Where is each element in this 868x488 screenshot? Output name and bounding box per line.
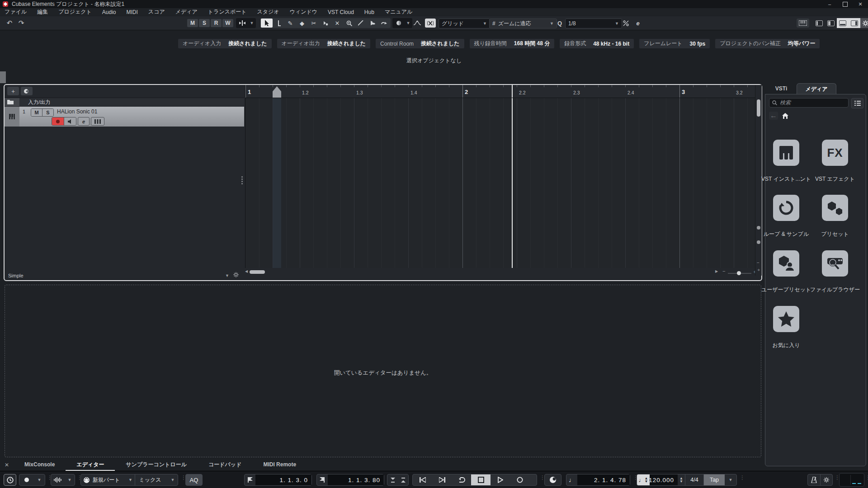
mute-tool[interactable]: ✕: [331, 19, 343, 28]
lower-tab-2[interactable]: サンプラーコントロール: [115, 459, 198, 471]
menu-item-2[interactable]: プロジェクト: [58, 8, 92, 16]
h-scroll-thumb[interactable]: [250, 270, 265, 274]
mute-button[interactable]: M: [31, 109, 42, 116]
home-icon[interactable]: [781, 112, 790, 120]
onscreen-keyboard-button[interactable]: [797, 19, 809, 28]
tile-loops-samples[interactable]: ループ & サンプル: [762, 195, 811, 238]
info-item-5[interactable]: フレームレート30 fps: [639, 39, 710, 48]
menu-item-11[interactable]: Hub: [364, 9, 374, 15]
quantize-select[interactable]: 1/8▼: [565, 19, 622, 28]
close-button[interactable]: ✕: [853, 0, 868, 8]
tempo-track-icon[interactable]: ♩▲▼: [637, 474, 650, 485]
zoom-out-icon[interactable]: −: [722, 268, 725, 274]
io-folder-track[interactable]: 入力/出力: [5, 98, 244, 107]
transport-time-display-mode[interactable]: [4, 474, 16, 486]
snap-toggle[interactable]: [425, 19, 436, 28]
automation-s-button[interactable]: S: [199, 19, 210, 27]
time-signature-display[interactable]: 4/4: [685, 474, 703, 485]
cycle-button[interactable]: [452, 474, 471, 485]
horizontal-scrollbar[interactable]: ◀ ▶ − ＋: [245, 268, 755, 276]
tile-vst-effects[interactable]: FX VST エフェクト: [811, 140, 859, 183]
color-tool-dropdown[interactable]: ▼: [405, 19, 412, 28]
autoscroll-dropdown[interactable]: ▼: [248, 19, 255, 28]
vertical-scrollbar[interactable]: − ＋: [755, 85, 762, 276]
grid-type-select[interactable]: # ズームに適応▼: [489, 19, 557, 28]
left-zone-toggle[interactable]: [813, 18, 825, 28]
menu-item-12[interactable]: マニュアル: [385, 8, 412, 16]
track-visibility-button[interactable]: [21, 87, 33, 95]
h-zoom-handle[interactable]: [737, 271, 741, 275]
monitor-button[interactable]: [64, 117, 76, 125]
v-zoom-in-icon[interactable]: ＋: [756, 267, 761, 273]
midi-insert-mode[interactable]: 新規パート: [93, 474, 126, 485]
left-locator-group[interactable]: 1. 1. 3. 0: [244, 474, 312, 486]
left-zone-handle[interactable]: [0, 71, 6, 83]
info-item-4[interactable]: 録音形式48 kHz - 16 bit: [560, 39, 634, 48]
inspector-toggle[interactable]: [825, 18, 837, 28]
instrument-button[interactable]: [91, 117, 104, 126]
midi-mix-mode[interactable]: ミックス: [135, 474, 168, 485]
record-button[interactable]: [510, 474, 529, 485]
menu-item-10[interactable]: VST Cloud: [328, 9, 354, 15]
midi-mix-dropdown[interactable]: ▼: [168, 474, 178, 485]
lower-tab-4[interactable]: MIDI Remote: [252, 459, 307, 471]
performance-meter[interactable]: [839, 473, 864, 487]
lower-tab-3[interactable]: コードパッド: [198, 459, 252, 471]
scroll-left-icon[interactable]: ◀: [245, 269, 248, 273]
right-zone-toggle[interactable]: [849, 18, 860, 28]
tile-file-browser[interactable]: ファイルブラウザー: [811, 250, 859, 294]
tab-vsti[interactable]: VSTi: [769, 83, 793, 94]
menu-item-4[interactable]: MIDI: [127, 9, 138, 15]
solo-button[interactable]: S: [42, 109, 53, 116]
v-zoom-knob-1[interactable]: [757, 226, 760, 230]
tempo-spinner[interactable]: ▲▼: [678, 474, 685, 485]
record-mode-group[interactable]: ▼: [19, 474, 45, 486]
play-button[interactable]: [491, 474, 510, 485]
cycle-region-marker[interactable]: [273, 86, 281, 98]
menu-item-0[interactable]: ファイル: [5, 8, 27, 16]
tap-dropdown[interactable]: ▼: [725, 474, 736, 485]
iterative-quantize-button[interactable]: [620, 19, 631, 28]
tile-vst-instruments[interactable]: VST インスト...ント: [762, 140, 811, 183]
erase-tool[interactable]: ◆: [296, 19, 308, 28]
menu-item-5[interactable]: スコア: [148, 8, 165, 16]
tile-presets[interactable]: プリセット: [811, 195, 859, 238]
play-tool[interactable]: [367, 19, 378, 28]
punch-in-icon[interactable]: [387, 474, 398, 485]
instrument-track[interactable]: 1 M S HALion Sonic 01 e: [5, 107, 244, 127]
line-tool[interactable]: [355, 19, 367, 28]
minimize-button[interactable]: –: [822, 0, 837, 8]
jog-button[interactable]: [544, 474, 561, 486]
info-item-2[interactable]: Control Room接続されました: [376, 39, 464, 48]
lower-tab-0[interactable]: MixConsole: [14, 459, 66, 471]
automation-w-button[interactable]: W: [222, 19, 233, 27]
back-icon[interactable]: ←: [769, 112, 778, 120]
split-tool[interactable]: ✂: [308, 19, 320, 28]
tile-user-presets[interactable]: ユーザープリセット: [762, 250, 811, 294]
zoom-tool[interactable]: [343, 19, 355, 28]
position-display[interactable]: 2. 1. 4. 78: [577, 474, 630, 485]
timeline-ruler[interactable]: 11.21.31.422.22.32.433.2: [245, 85, 755, 98]
metronome-icon[interactable]: [808, 474, 820, 485]
tempo-display[interactable]: 120.000: [650, 474, 678, 485]
automation-curve-button[interactable]: [411, 19, 423, 28]
v-scroll-thumb[interactable]: [757, 99, 760, 117]
track-preset-label[interactable]: Simple: [8, 273, 24, 278]
redo-button[interactable]: ↷: [16, 19, 26, 28]
v-zoom-out-icon[interactable]: −: [757, 260, 760, 265]
record-mode-dropdown[interactable]: ▼: [34, 474, 45, 485]
autoscroll-button[interactable]: [236, 19, 248, 28]
audio-record-dropdown[interactable]: ▼: [65, 474, 75, 485]
menu-item-6[interactable]: メディア: [175, 8, 198, 16]
go-to-start-button[interactable]: [413, 474, 432, 485]
menu-item-3[interactable]: Audio: [102, 9, 116, 15]
media-search-input[interactable]: 検索: [769, 98, 849, 108]
midi-insert-dropdown[interactable]: ▼: [126, 474, 135, 485]
audio-record-mode-group[interactable]: ▼: [51, 474, 75, 486]
scrub-tool[interactable]: [378, 19, 390, 28]
range-tool[interactable]: [273, 19, 284, 28]
track-settings-gear-icon[interactable]: [233, 272, 239, 277]
tile-favorites[interactable]: お気に入り: [762, 306, 811, 349]
snap-type-select[interactable]: グリッド▼: [439, 19, 490, 28]
preset-dropdown-icon[interactable]: ▼: [225, 273, 229, 278]
